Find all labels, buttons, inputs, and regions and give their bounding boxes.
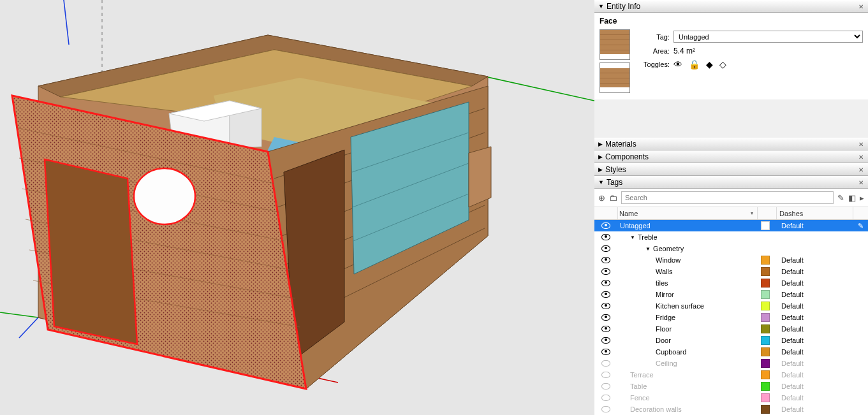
materials-header[interactable]: ▶Materials ✕ xyxy=(594,138,868,150)
tag-row[interactable]: MirrorDefault xyxy=(594,289,868,300)
visibility-toggle-icon[interactable] xyxy=(601,257,610,263)
expand-icon[interactable]: ▼ xyxy=(630,235,635,240)
details-menu-icon[interactable]: ▸ xyxy=(860,193,864,203)
tag-dashes[interactable]: Default xyxy=(776,314,853,321)
components-header[interactable]: ▶Components ✕ xyxy=(594,150,868,163)
tag-row[interactable]: TableDefault xyxy=(594,381,868,392)
tags-header[interactable]: ▼Tags ✕ xyxy=(594,176,868,189)
tag-row[interactable]: UntaggedDefault✎ xyxy=(594,220,868,231)
tag-row[interactable]: ▼Geometry xyxy=(594,243,868,254)
tag-row[interactable]: FridgeDefault xyxy=(594,312,868,323)
visibility-toggle-icon[interactable] xyxy=(601,303,610,309)
visibility-toggle-icon[interactable] xyxy=(601,383,610,390)
close-icon[interactable]: ✕ xyxy=(857,3,865,10)
tag-row[interactable]: CeilingDefault xyxy=(594,358,868,369)
visibility-toggle-icon[interactable] xyxy=(601,395,610,401)
tag-row[interactable]: tilesDefault xyxy=(594,277,868,289)
tag-color-swatch[interactable] xyxy=(761,279,770,288)
tag-select[interactable]: Untagged xyxy=(673,31,863,43)
tag-dashes[interactable]: Default xyxy=(776,279,853,287)
tag-row[interactable]: DoorDefault xyxy=(594,335,868,346)
tag-dashes[interactable]: Default xyxy=(776,371,853,379)
back-material-swatch[interactable] xyxy=(600,62,630,93)
tag-row[interactable]: TerraceDefault xyxy=(594,369,868,381)
front-material-swatch[interactable] xyxy=(600,29,630,60)
visibility-toggle-icon[interactable] xyxy=(601,222,610,229)
edit-icon[interactable]: ✎ xyxy=(858,222,864,230)
tag-dashes[interactable]: Default xyxy=(776,348,853,356)
svg-line-0 xyxy=(64,0,69,45)
tag-row[interactable]: Kitchen surfaceDefault xyxy=(594,300,868,312)
tag-name: Walls xyxy=(656,268,672,275)
tag-color-swatch[interactable] xyxy=(761,267,770,276)
tag-color-swatch[interactable] xyxy=(761,324,770,333)
tag-color-swatch[interactable] xyxy=(761,359,770,368)
tag-name: Terrace xyxy=(630,371,654,379)
tag-row[interactable]: WindowDefault xyxy=(594,254,868,266)
tags-search-input[interactable] xyxy=(621,191,834,204)
tag-dashes[interactable]: Default xyxy=(776,360,853,367)
visibility-toggle-icon[interactable] xyxy=(601,245,610,252)
tag-row[interactable]: ▼Treble xyxy=(594,231,868,243)
tag-color-swatch[interactable] xyxy=(761,382,770,391)
tags-body: ⊕ 🗀 ✎ ◧ ▸ Name▾ Dashes UntaggedDefault✎▼… xyxy=(594,189,868,415)
col-dashes-label[interactable]: Dashes xyxy=(779,210,803,217)
tag-dashes[interactable]: Default xyxy=(776,405,853,413)
tag-color-swatch[interactable] xyxy=(761,347,770,356)
tag-row[interactable]: CupboardDefault xyxy=(594,346,868,358)
tag-color-swatch[interactable] xyxy=(761,393,770,402)
tag-color-swatch[interactable] xyxy=(761,221,770,230)
viewport-3d[interactable] xyxy=(0,0,594,415)
tag-dashes[interactable]: Default xyxy=(776,337,853,344)
tag-dashes[interactable]: Default xyxy=(776,222,853,229)
close-icon[interactable]: ✕ xyxy=(857,141,865,148)
tag-dashes[interactable]: Default xyxy=(776,325,853,333)
tag-dashes[interactable]: Default xyxy=(776,394,853,402)
receive-shadow-toggle-icon[interactable]: ◇ xyxy=(719,59,726,69)
styles-header[interactable]: ▶Styles ✕ xyxy=(594,163,868,176)
visibility-toggle-icon[interactable] xyxy=(601,406,610,412)
visibility-toggle-icon[interactable] xyxy=(601,234,610,240)
entity-info-header[interactable]: ▼ Entity Info ✕ xyxy=(594,0,868,13)
add-folder-icon[interactable]: 🗀 xyxy=(609,193,617,203)
tag-dashes[interactable]: Default xyxy=(776,302,853,310)
tag-color-swatch[interactable] xyxy=(761,302,770,310)
close-icon[interactable]: ✕ xyxy=(857,166,865,173)
tag-dashes[interactable]: Default xyxy=(776,291,853,298)
add-tag-icon[interactable]: ⊕ xyxy=(598,193,605,203)
tag-dashes[interactable]: Default xyxy=(776,256,853,264)
tag-row[interactable]: FenceDefault xyxy=(594,392,868,404)
tag-dashes[interactable]: Default xyxy=(776,382,853,390)
expand-icon: ▶ xyxy=(598,166,603,173)
tag-dashes[interactable]: Default xyxy=(776,268,853,275)
tag-color-swatch[interactable] xyxy=(761,256,770,265)
tag-name: Mirror xyxy=(656,291,674,298)
expand-icon[interactable]: ▼ xyxy=(645,246,651,252)
tag-color-swatch[interactable] xyxy=(761,336,770,345)
col-name-label[interactable]: Name xyxy=(619,210,638,217)
close-icon[interactable]: ✕ xyxy=(857,179,865,186)
visibility-toggle-icon[interactable] xyxy=(601,326,610,332)
visibility-toggle-icon[interactable] xyxy=(601,268,610,275)
tag-row[interactable]: FloorDefault xyxy=(594,323,868,335)
shadow-toggle-icon[interactable]: ◆ xyxy=(706,59,713,69)
tag-row[interactable]: Decoration wallsDefault xyxy=(594,404,868,415)
visibility-toggle-icon[interactable] xyxy=(601,360,610,367)
visibility-toggle-icon[interactable] xyxy=(601,291,610,298)
visibility-toggle-icon[interactable] xyxy=(601,372,610,378)
tag-color-swatch[interactable] xyxy=(761,370,770,379)
sort-icon[interactable]: ▾ xyxy=(751,210,757,216)
tag-tool-icon[interactable]: ✎ xyxy=(837,193,844,203)
hidden-toggle-icon[interactable]: 👁 xyxy=(673,59,682,69)
visibility-toggle-icon[interactable] xyxy=(601,337,610,344)
tag-color-swatch[interactable] xyxy=(761,405,770,414)
visibility-toggle-icon[interactable] xyxy=(601,280,610,286)
visibility-toggle-icon[interactable] xyxy=(601,314,610,321)
tag-row[interactable]: WallsDefault xyxy=(594,266,868,277)
tag-color-swatch[interactable] xyxy=(761,290,770,299)
color-by-tag-icon[interactable]: ◧ xyxy=(848,193,856,203)
lock-toggle-icon[interactable]: 🔒 xyxy=(689,59,700,69)
close-icon[interactable]: ✕ xyxy=(857,154,865,161)
visibility-toggle-icon[interactable] xyxy=(601,349,610,355)
tag-color-swatch[interactable] xyxy=(761,313,770,322)
